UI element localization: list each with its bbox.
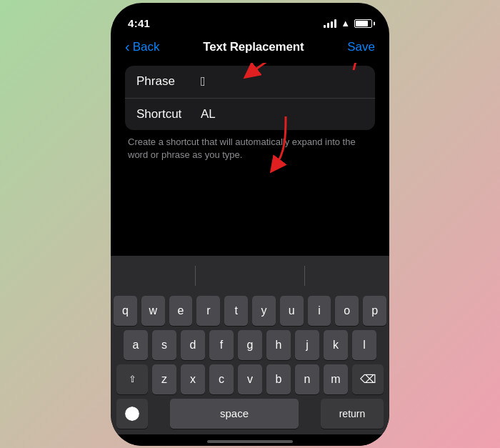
globe-key[interactable]: [116, 399, 148, 429]
key-f[interactable]: f: [209, 330, 234, 360]
content-area: Phrase  Shortcut AL Create a shortcut t…: [111, 63, 389, 256]
key-z[interactable]: z: [152, 364, 176, 394]
save-button[interactable]: Save: [347, 40, 375, 54]
keyboard-row-1: q w e r t y u i o p: [114, 296, 386, 326]
nav-bar: ‹ Back Text Replacement Save: [111, 34, 389, 63]
back-button[interactable]: ‹ Back: [125, 40, 159, 54]
key-u[interactable]: u: [280, 296, 304, 326]
keyboard-bottom-row: space return: [114, 399, 386, 429]
key-b[interactable]: b: [266, 364, 291, 394]
battery-icon: [354, 19, 372, 28]
shortcut-row[interactable]: Shortcut AL: [125, 98, 375, 130]
globe-icon: [124, 406, 140, 422]
key-r[interactable]: r: [196, 296, 220, 326]
status-bar: 4:41 ▲: [111, 3, 389, 34]
key-j[interactable]: j: [295, 330, 319, 360]
phrase-label: Phrase: [136, 74, 201, 89]
key-k[interactable]: k: [324, 330, 348, 360]
key-s[interactable]: s: [152, 330, 176, 360]
keyboard: q w e r t y u i o p a s d f g h j k l ⇧ …: [111, 256, 389, 434]
apple-logo-icon: : [201, 74, 206, 89]
key-e[interactable]: e: [169, 296, 193, 326]
home-indicator-area: [111, 434, 389, 446]
keyboard-row-3: ⇧ z x c v b n m ⌫: [114, 364, 386, 394]
key-o[interactable]: o: [335, 296, 359, 326]
shortcut-value: AL: [201, 107, 364, 121]
key-w[interactable]: w: [141, 296, 165, 326]
key-g[interactable]: g: [238, 330, 262, 360]
signal-icon: [324, 19, 336, 28]
page-title: Text Replacement: [203, 40, 304, 54]
phrase-row[interactable]: Phrase : [125, 66, 375, 98]
key-h[interactable]: h: [266, 330, 291, 360]
delete-key[interactable]: ⌫: [352, 364, 384, 394]
key-n[interactable]: n: [295, 364, 319, 394]
key-i[interactable]: i: [308, 296, 331, 326]
keyboard-row-2: a s d f g h j k l: [114, 330, 386, 360]
form-card: Phrase  Shortcut AL: [125, 66, 375, 130]
return-key[interactable]: return: [321, 399, 384, 429]
back-label: Back: [133, 40, 160, 54]
key-y[interactable]: y: [252, 296, 276, 326]
keyboard-top-bar: [114, 262, 386, 290]
chevron-left-icon: ‹: [125, 39, 130, 54]
key-x[interactable]: x: [181, 364, 205, 394]
shortcut-label: Shortcut: [136, 107, 201, 121]
wifi-icon: ▲: [341, 18, 350, 29]
status-icons: ▲: [324, 18, 372, 29]
space-key[interactable]: space: [170, 399, 299, 429]
key-q[interactable]: q: [114, 296, 137, 326]
status-time: 4:41: [128, 17, 150, 29]
key-v[interactable]: v: [238, 364, 262, 394]
home-indicator: [207, 440, 293, 443]
key-a[interactable]: a: [124, 330, 148, 360]
key-d[interactable]: d: [181, 330, 205, 360]
phrase-value: : [201, 74, 364, 89]
key-l[interactable]: l: [352, 330, 376, 360]
key-m[interactable]: m: [324, 364, 348, 394]
key-t[interactable]: t: [224, 296, 248, 326]
form-hint: Create a shortcut that will automaticall…: [125, 130, 375, 170]
phone-frame: 4:41 ▲ ‹ Back Text Replacement Save: [111, 3, 389, 446]
key-p[interactable]: p: [363, 296, 386, 326]
key-c[interactable]: c: [209, 364, 234, 394]
shift-key[interactable]: ⇧: [116, 364, 148, 394]
